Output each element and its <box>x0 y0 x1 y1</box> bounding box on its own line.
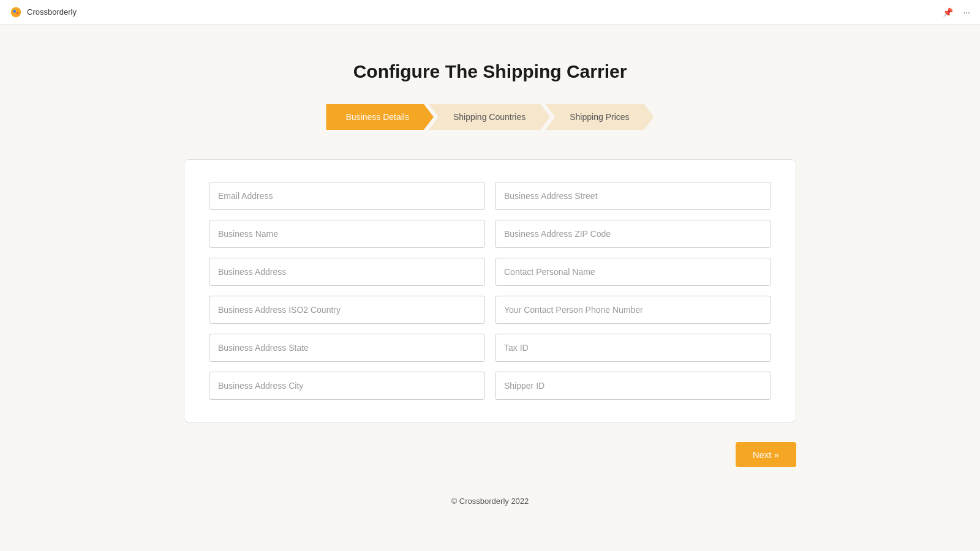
email-address-input[interactable] <box>209 182 485 210</box>
pin-icon[interactable]: 📌 <box>943 7 953 17</box>
page-title: Configure The Shipping Carrier <box>353 61 627 82</box>
form-card <box>184 159 796 422</box>
footer-text: © Crossborderly 2022 <box>451 497 529 506</box>
topbar-right: 📌 ··· <box>943 7 970 17</box>
app-name: Crossborderly <box>27 7 77 17</box>
business-address-iso2-input[interactable] <box>209 296 485 324</box>
next-button[interactable]: Next » <box>736 442 796 467</box>
tax-id-input[interactable] <box>495 334 771 362</box>
footer: © Crossborderly 2022 <box>451 497 529 506</box>
step-business-details[interactable]: Business Details <box>326 104 434 130</box>
step-shipping-countries-label: Shipping Countries <box>453 112 526 122</box>
business-name-input[interactable] <box>209 220 485 248</box>
step-shipping-prices[interactable]: Shipping Prices <box>545 104 654 130</box>
topbar-left: Crossborderly <box>10 6 77 18</box>
main-content: Configure The Shipping Carrier Business … <box>0 24 980 530</box>
contact-phone-input[interactable] <box>495 296 771 324</box>
step-shipping-countries[interactable]: Shipping Countries <box>429 104 550 130</box>
app-logo-icon <box>10 6 22 18</box>
svg-point-1 <box>13 9 16 12</box>
contact-personal-name-input[interactable] <box>495 258 771 286</box>
business-address-street-input[interactable] <box>495 182 771 210</box>
business-address-zip-input[interactable] <box>495 220 771 248</box>
button-row: Next » <box>184 442 796 467</box>
business-address-input[interactable] <box>209 258 485 286</box>
shipper-id-input[interactable] <box>495 372 771 400</box>
topbar: Crossborderly 📌 ··· <box>0 0 980 24</box>
svg-point-0 <box>11 7 21 17</box>
stepper: Business Details Shipping Countries Ship… <box>326 104 654 130</box>
business-address-city-input[interactable] <box>209 372 485 400</box>
svg-point-2 <box>17 12 18 14</box>
form-grid <box>209 182 771 400</box>
more-icon[interactable]: ··· <box>963 7 970 17</box>
step-shipping-prices-label: Shipping Prices <box>570 112 629 122</box>
business-address-state-input[interactable] <box>209 334 485 362</box>
step-business-details-label: Business Details <box>345 112 409 122</box>
